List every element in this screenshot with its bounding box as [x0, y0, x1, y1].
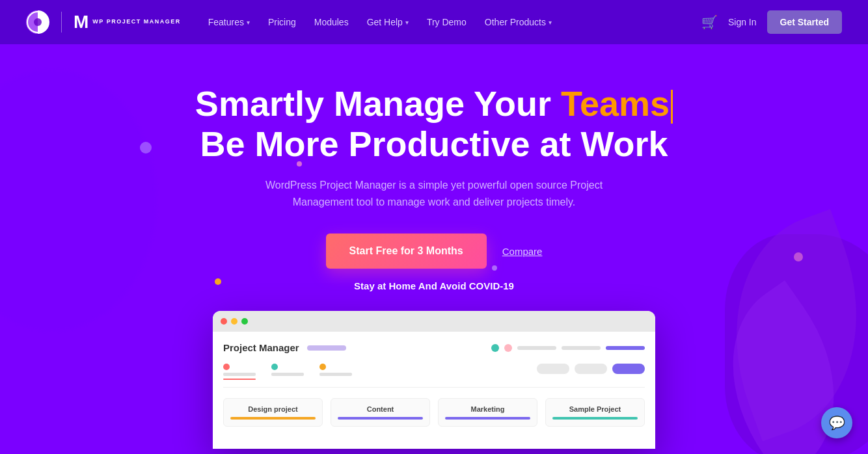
- project-bar-sample: [552, 417, 638, 420]
- project-bar-marketing: [445, 417, 530, 420]
- nav-features[interactable]: Features ▾: [200, 13, 258, 31]
- project-card-content: Content: [331, 398, 430, 427]
- pm-filters: [223, 364, 645, 388]
- pm-title-group: Project Manager: [223, 342, 346, 353]
- nav-modules[interactable]: Modules: [306, 13, 357, 31]
- bg-blob-left: [0, 70, 156, 330]
- compare-button[interactable]: Compare: [502, 246, 543, 257]
- pm-filter-dot-teal: [271, 364, 278, 370]
- pm-header-right: [491, 344, 645, 352]
- pm-filter-line-2: [271, 373, 304, 376]
- pm-filter-underline-2: [271, 379, 304, 380]
- chat-button[interactable]: 💬: [821, 407, 852, 438]
- pm-search-pill-blue: [612, 364, 645, 374]
- pm-search-pill-2: [575, 364, 607, 374]
- hero-content: Smartly Manage Your Teams Be More Produc…: [195, 83, 673, 449]
- nav-right: 🛒 Sign In Get Started: [701, 10, 842, 34]
- chevron-down-icon: ▾: [549, 19, 552, 26]
- pm-filter-line-1: [223, 373, 256, 376]
- pm-header: Project Manager: [223, 342, 645, 353]
- logo-text: WP PROJECT MANAGER: [92, 19, 180, 25]
- hero-notice: Stay at Home And Avoid COVID-19: [195, 280, 673, 291]
- project-card-sample: Sample Project: [545, 398, 645, 427]
- browser-dot-green: [241, 318, 248, 325]
- pm-filter-underline-1: [223, 379, 256, 380]
- pm-filter-1: [223, 364, 256, 382]
- pm-line-blue: [606, 346, 645, 350]
- pm-filter-2: [271, 364, 304, 382]
- nav-try-demo[interactable]: Try Demo: [419, 13, 474, 31]
- hero-subtitle: WordPress Project Manager is a simple ye…: [239, 177, 629, 210]
- nav-pricing[interactable]: Pricing: [260, 13, 304, 31]
- cursor-blink: [671, 90, 673, 124]
- pm-filter-spacer: [368, 364, 521, 382]
- logo[interactable]: M WP PROJECT MANAGER: [26, 10, 181, 34]
- svg-point-1: [34, 18, 42, 26]
- browser-topbar: [213, 311, 655, 332]
- browser-window: Project Manager: [213, 311, 655, 449]
- logo-circle-icon: [26, 10, 49, 34]
- pm-line-1: [517, 346, 556, 350]
- nav-other-products[interactable]: Other Products ▾: [477, 13, 560, 31]
- pm-search-area: [537, 364, 645, 374]
- pm-title: Project Manager: [223, 342, 299, 353]
- browser-dot-yellow: [231, 318, 237, 325]
- logo-m-letter: M: [74, 12, 88, 33]
- pm-dot-teal: [491, 344, 499, 352]
- project-card-design: Design project: [223, 398, 323, 427]
- project-bar-content: [338, 417, 423, 420]
- chat-icon: 💬: [829, 415, 845, 431]
- pm-filter-3: [319, 364, 352, 382]
- nav-links: Features ▾ Pricing Modules Get Help ▾ Tr…: [200, 13, 701, 31]
- decorative-dot-5: [794, 252, 803, 261]
- hero-actions: Start Free for 3 Months Compare: [195, 234, 673, 269]
- navbar: M WP PROJECT MANAGER Features ▾ Pricing …: [0, 0, 868, 44]
- dashboard-preview: Project Manager: [213, 311, 655, 449]
- chevron-down-icon: ▾: [405, 19, 409, 26]
- pm-dot-pink: [504, 344, 512, 352]
- project-bar-design: [230, 417, 316, 420]
- pm-line-2: [562, 346, 601, 350]
- nav-get-help[interactable]: Get Help ▾: [359, 13, 416, 31]
- cart-icon[interactable]: 🛒: [701, 14, 718, 30]
- pm-projects: Design project Content Marketing Sa: [223, 398, 645, 427]
- pm-filter-underline-3: [319, 379, 352, 380]
- pm-filter-dot-orange: [319, 364, 326, 370]
- get-started-button[interactable]: Get Started: [767, 10, 842, 34]
- project-card-marketing: Marketing: [438, 398, 537, 427]
- start-free-button[interactable]: Start Free for 3 Months: [326, 234, 487, 269]
- browser-content: Project Manager: [213, 332, 655, 449]
- hero-section: Smartly Manage Your Teams Be More Produc…: [0, 44, 868, 454]
- chevron-down-icon: ▾: [247, 19, 250, 26]
- hero-title: Smartly Manage Your Teams Be More Produc…: [195, 83, 673, 164]
- sign-in-link[interactable]: Sign In: [728, 17, 757, 27]
- logo-divider: [61, 12, 62, 33]
- decorative-dot-1: [140, 142, 152, 154]
- pm-filter-dot-red: [223, 364, 230, 370]
- browser-dot-red: [221, 318, 227, 325]
- pm-search-pill-1: [537, 364, 569, 374]
- pm-title-bar: [307, 345, 346, 351]
- pm-filter-line-3: [319, 373, 352, 376]
